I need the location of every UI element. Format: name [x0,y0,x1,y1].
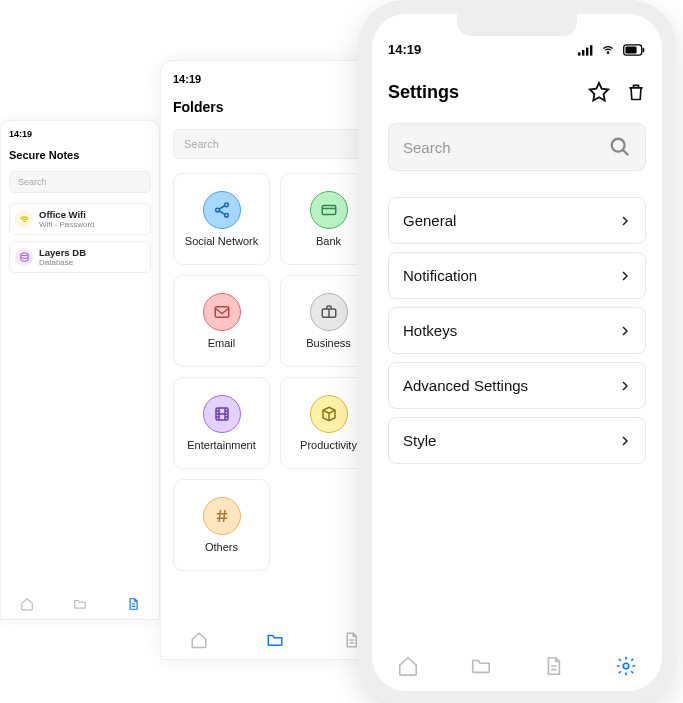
bottom-nav [161,631,389,649]
folder-grid: Social Network Bank Email Business Enter… [173,173,377,571]
nav-home-icon[interactable] [190,631,208,649]
nav-document-icon[interactable] [542,655,564,677]
chevron-right-icon [619,268,631,284]
card-icon [310,191,348,229]
folder-label: Others [205,541,238,553]
row-label: General [403,212,456,229]
chevron-right-icon [619,378,631,394]
chevron-right-icon [619,433,631,449]
status-time: 14:19 [9,129,151,139]
search-placeholder: Search [403,139,451,156]
star-icon[interactable] [588,81,610,103]
phone-folders: 14:19 Folders Search Social Network Bank… [160,60,390,660]
svg-rect-11 [590,45,592,55]
briefcase-icon [310,293,348,331]
phone-settings-shell: 14:19 Settings Search General [358,0,676,703]
settings-list: General Notification Hotkeys Advanced Se… [388,197,646,464]
note-item-office-wifi[interactable]: Office Wifi Wifi - Password [9,203,151,235]
svg-point-16 [612,139,625,152]
nav-folder-icon[interactable] [73,597,87,611]
bottom-nav [1,597,159,611]
svg-point-17 [623,663,629,669]
svg-rect-15 [643,47,645,51]
phone-notch [457,14,577,36]
settings-row-general[interactable]: General [388,197,646,244]
status-time: 14:19 [388,42,421,57]
folder-label: Entertainment [187,439,255,451]
note-item-subtitle: Database [39,258,86,267]
folder-label: Bank [316,235,341,247]
note-item-title: Layers DB [39,247,86,258]
battery-icon [622,44,646,56]
wifi-icon [600,44,616,56]
folder-label: Business [306,337,351,349]
note-item-title: Office Wifi [39,209,95,220]
svg-rect-5 [215,307,229,318]
note-item-subtitle: Wifi - Password [39,220,95,229]
svg-rect-10 [586,47,588,55]
folder-label: Productivity [300,439,357,451]
share-icon [203,191,241,229]
row-label: Advanced Settings [403,377,528,394]
nav-home-icon[interactable] [397,655,419,677]
row-label: Style [403,432,436,449]
database-icon [15,248,33,266]
svg-rect-8 [578,52,580,55]
folder-social-network[interactable]: Social Network [173,173,270,265]
settings-row-advanced[interactable]: Advanced Settings [388,362,646,409]
chevron-right-icon [619,323,631,339]
row-label: Hotkeys [403,322,457,339]
svg-point-12 [607,51,609,53]
mail-icon [203,293,241,331]
page-title: Settings [388,82,459,103]
svg-rect-9 [582,50,584,56]
trash-icon[interactable] [626,81,646,103]
signal-icon [578,44,594,56]
chevron-right-icon [619,213,631,229]
phone-secure-notes: 14:19 Secure Notes Search Office Wifi Wi… [0,120,160,620]
search-input[interactable]: Search [173,129,377,159]
screen-header: Settings [388,81,646,103]
search-input[interactable]: Search [388,123,646,171]
box-icon [310,395,348,433]
folder-entertainment[interactable]: Entertainment [173,377,270,469]
folder-others[interactable]: Others [173,479,270,571]
settings-row-hotkeys[interactable]: Hotkeys [388,307,646,354]
film-icon [203,395,241,433]
page-title: Secure Notes [9,149,151,161]
svg-rect-14 [625,46,636,53]
folder-label: Email [208,337,236,349]
bottom-nav [372,655,662,677]
page-title: Folders [173,99,377,115]
phone-settings: 14:19 Settings Search General [372,14,662,691]
search-input[interactable]: Search [9,171,151,193]
wifi-icon [15,210,33,228]
nav-home-icon[interactable] [20,597,34,611]
nav-folder-icon[interactable] [266,631,284,649]
nav-folder-icon[interactable] [470,655,492,677]
settings-row-style[interactable]: Style [388,417,646,464]
nav-document-icon[interactable] [126,597,140,611]
svg-point-0 [20,252,27,255]
svg-rect-4 [322,206,336,215]
search-icon [609,136,631,158]
row-label: Notification [403,267,477,284]
folder-label: Social Network [185,235,258,247]
nav-settings-icon[interactable] [615,655,637,677]
folder-email[interactable]: Email [173,275,270,367]
hash-icon [203,497,241,535]
status-time: 14:19 [173,73,377,85]
note-item-layers-db[interactable]: Layers DB Database [9,241,151,273]
settings-row-notification[interactable]: Notification [388,252,646,299]
